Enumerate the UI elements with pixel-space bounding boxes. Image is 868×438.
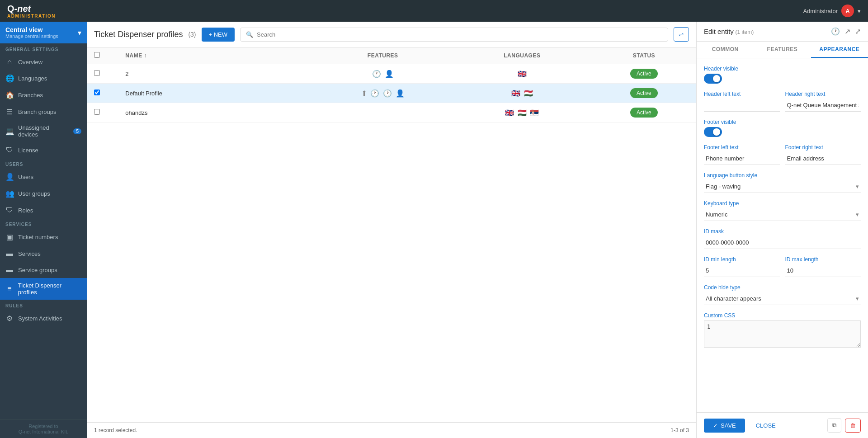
tab-features[interactable]: FEATURES bbox=[754, 42, 811, 58]
logo: Q-net ADMINISTRATION bbox=[7, 4, 56, 19]
col-languages: LANGUAGES bbox=[453, 47, 592, 64]
id-min-length-input[interactable] bbox=[704, 264, 780, 277]
id-mask-input[interactable] bbox=[704, 236, 861, 249]
sidebar-footer: Registered to Q-net International Kft. bbox=[0, 419, 87, 438]
edit-panel: Edit entity (1 item) 🕐 ↗ ⤢ COMMON FEATUR… bbox=[696, 22, 868, 438]
code-hide-type-select[interactable]: All character appears All hidden Partial bbox=[704, 292, 861, 305]
history-icon[interactable]: 🕐 bbox=[831, 27, 840, 36]
id-length-row: ID min length ID max length bbox=[704, 256, 861, 284]
pagination-info: 1-3 of 3 bbox=[670, 427, 689, 433]
header-text-row: Header left text Header right text bbox=[704, 91, 861, 119]
tab-appearance[interactable]: APPEARANCE bbox=[811, 42, 868, 58]
record-count: (3) bbox=[188, 31, 196, 38]
footer-text-row: Footer left text Footer right text bbox=[704, 144, 861, 172]
delete-button[interactable]: 🗑 bbox=[845, 419, 861, 433]
row-checkbox[interactable] bbox=[94, 109, 100, 115]
sidebar-item-user-groups[interactable]: 👥 User groups bbox=[0, 185, 87, 202]
header-right-text-input[interactable] bbox=[785, 99, 861, 112]
header-visible-toggle[interactable] bbox=[704, 74, 722, 84]
sidebar-item-service-groups[interactable]: ▬ Service groups bbox=[0, 262, 87, 278]
footer-visible-toggle[interactable] bbox=[704, 127, 722, 137]
close-button[interactable]: CLOSE bbox=[749, 419, 783, 433]
footer-left-text-label: Footer left text bbox=[704, 144, 780, 151]
sidebar-item-unassigned-devices[interactable]: 💻 Unassigned devices 5 bbox=[0, 120, 87, 142]
central-view-arrow-icon: ▾ bbox=[78, 28, 81, 37]
sidebar-item-branches[interactable]: 🏠 Branches bbox=[0, 87, 87, 104]
header-left-text-label: Header left text bbox=[704, 91, 780, 97]
table-row[interactable]: ohandzs 🇬🇧 🇭🇺 🇷🇸 Active bbox=[87, 103, 696, 122]
header-left-text-input[interactable] bbox=[704, 99, 780, 112]
section-rules: RULES bbox=[0, 300, 87, 310]
select-all-checkbox[interactable] bbox=[94, 52, 100, 58]
ticket-dispenser-icon: ≡ bbox=[5, 285, 14, 293]
sidebar-item-license[interactable]: 🛡 License bbox=[0, 142, 87, 158]
language-button-style-row: Language button style Flag - waving Flag… bbox=[704, 172, 861, 193]
header-right-text-label: Header right text bbox=[785, 91, 861, 97]
edit-panel-actions: 🕐 ↗ ⤢ bbox=[831, 27, 861, 36]
id-max-length-input[interactable] bbox=[785, 264, 861, 277]
footer-visible-label: Footer visible bbox=[704, 119, 861, 125]
copy-button[interactable]: ⧉ bbox=[827, 418, 841, 433]
sidebar-item-roles[interactable]: 🛡 Roles bbox=[0, 202, 87, 218]
search-input[interactable] bbox=[257, 31, 662, 38]
sidebar-item-services[interactable]: ▬ Services bbox=[0, 245, 87, 262]
footer-visible-row: Footer visible bbox=[704, 119, 861, 137]
footer-right-text-input[interactable] bbox=[785, 152, 861, 165]
row-name: ohandzs bbox=[118, 103, 313, 122]
keyboard-type-select[interactable]: Numeric Alphanumeric Custom bbox=[704, 208, 861, 221]
table-row[interactable]: Default Profile ⬆ 🕐 🕑 👤 🇬🇧 🇭🇺 bbox=[87, 84, 696, 103]
central-view-item[interactable]: Central view Manage central settings ▾ bbox=[0, 22, 87, 43]
row-languages: 🇬🇧 🇭🇺 🇷🇸 bbox=[453, 103, 592, 122]
custom-css-input[interactable]: 1 bbox=[704, 320, 861, 348]
language-button-style-label: Language button style bbox=[704, 172, 861, 179]
edit-panel-header: Edit entity (1 item) 🕐 ↗ ⤢ bbox=[697, 22, 868, 42]
user-name: Administrator bbox=[803, 8, 838, 14]
language-button-style-select[interactable]: Flag - waving Flag - static Text only bbox=[704, 180, 861, 193]
sidebar-item-ticket-numbers[interactable]: ▣ Ticket numbers bbox=[0, 229, 87, 245]
sidebar-item-label: Ticket numbers bbox=[18, 234, 58, 240]
sidebar-item-users[interactable]: 👤 Users bbox=[0, 169, 87, 185]
row-checkbox[interactable] bbox=[94, 70, 100, 76]
footer-right-text-row: Footer right text bbox=[785, 144, 861, 165]
sidebar-item-label: Roles bbox=[18, 207, 33, 214]
user-dropdown-icon[interactable]: ▾ bbox=[858, 8, 861, 14]
id-mask-row: ID mask bbox=[704, 228, 861, 249]
user-avatar: A bbox=[841, 5, 854, 17]
row-languages: 🇬🇧 🇭🇺 bbox=[453, 84, 592, 103]
user-info: Administrator A ▾ bbox=[803, 5, 861, 17]
sidebar-item-languages[interactable]: 🌐 Languages bbox=[0, 70, 87, 87]
license-icon: 🛡 bbox=[5, 146, 14, 154]
sidebar-item-label: System Activities bbox=[18, 315, 62, 322]
save-button[interactable]: ✓ SAVE bbox=[704, 419, 745, 433]
selection-info: 1 record selected. bbox=[94, 427, 137, 433]
flag-uk: 🇬🇧 bbox=[505, 109, 514, 117]
sidebar-item-overview[interactable]: ⌂ Overview bbox=[0, 54, 87, 70]
user-icon: 👤 bbox=[5, 173, 14, 181]
share-icon[interactable]: ↗ bbox=[844, 27, 850, 36]
id-max-length-row: ID max length bbox=[785, 256, 861, 277]
new-button[interactable]: + NEW bbox=[202, 28, 235, 42]
data-table: NAME ↑ FEATURES LANGUAGES STATUS 2 bbox=[87, 47, 696, 122]
table-row[interactable]: 2 🕐 👤 🇬🇧 Active bbox=[87, 64, 696, 84]
flag-hu: 🇭🇺 bbox=[518, 109, 527, 117]
code-hide-type-label: Code hide type bbox=[704, 284, 861, 291]
sidebar-item-ticket-dispenser-profiles[interactable]: ≡ Ticket Dispenser profiles bbox=[0, 278, 87, 300]
flag-hu: 🇭🇺 bbox=[524, 89, 533, 97]
sidebar-item-system-activities[interactable]: ⚙ System Activities bbox=[0, 310, 87, 327]
footer-left-text-input[interactable] bbox=[704, 152, 780, 165]
sidebar-item-label: Services bbox=[18, 250, 41, 257]
row-name: Default Profile bbox=[118, 84, 313, 103]
row-checkbox[interactable] bbox=[94, 89, 100, 95]
header-left-text-row: Header left text bbox=[704, 91, 780, 112]
col-status: STATUS bbox=[592, 47, 696, 64]
sidebar-item-label: License bbox=[18, 147, 38, 154]
row-status: Active bbox=[592, 103, 696, 122]
filter-button[interactable]: ⇌ bbox=[674, 27, 689, 42]
ticket-numbers-icon: ▣ bbox=[5, 233, 14, 241]
central-view-sub: Manage central settings bbox=[5, 33, 58, 39]
sidebar-item-label: Languages bbox=[18, 75, 47, 82]
sidebar-item-branch-groups[interactable]: ☰ Branch groups bbox=[0, 104, 87, 120]
tab-common[interactable]: COMMON bbox=[697, 42, 754, 58]
user-feature-icon: 👤 bbox=[396, 89, 405, 97]
expand-icon[interactable]: ⤢ bbox=[855, 27, 861, 36]
